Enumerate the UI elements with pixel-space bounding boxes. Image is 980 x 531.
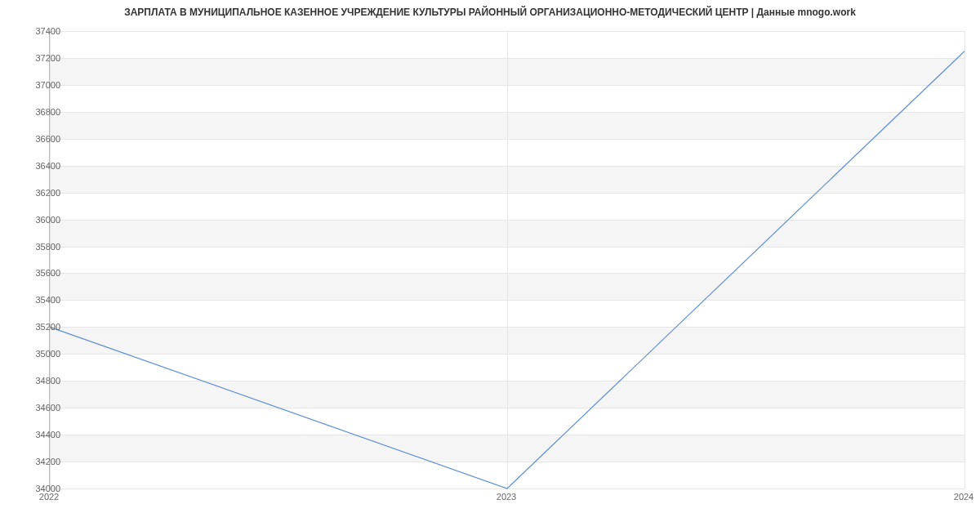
line-series <box>50 31 964 489</box>
y-tick-label: 37200 <box>20 53 60 63</box>
x-tick-label: 2022 <box>39 492 59 502</box>
y-tick-label: 35200 <box>20 322 60 332</box>
y-tick-label: 37400 <box>20 26 60 36</box>
x-tick-label: 2024 <box>954 492 973 502</box>
y-tick-label: 36400 <box>20 161 60 171</box>
y-tick-label: 34800 <box>20 376 60 386</box>
chart-container: ЗАРПЛАТА В МУНИЦИПАЛЬНОЕ КАЗЕННОЕ УЧРЕЖД… <box>0 0 980 531</box>
y-tick-label: 34400 <box>20 430 60 440</box>
y-tick-label: 34600 <box>20 403 60 413</box>
y-tick-label: 35600 <box>20 268 60 278</box>
y-tick-label: 36000 <box>20 215 60 225</box>
y-tick-label: 35800 <box>20 242 60 252</box>
x-tick-label: 2023 <box>497 492 516 502</box>
plot-area <box>49 31 964 489</box>
y-tick-label: 34200 <box>20 457 60 466</box>
y-tick-label: 35400 <box>20 295 60 305</box>
y-tick-label: 36800 <box>20 107 60 117</box>
y-tick-label: 36200 <box>20 188 60 198</box>
chart-title: ЗАРПЛАТА В МУНИЦИПАЛЬНОЕ КАЗЕННОЕ УЧРЕЖД… <box>0 7 980 18</box>
y-tick-label: 36600 <box>20 134 60 144</box>
y-tick-label: 35000 <box>20 349 60 359</box>
y-tick-label: 37000 <box>20 80 60 90</box>
x-gridline <box>964 31 965 489</box>
